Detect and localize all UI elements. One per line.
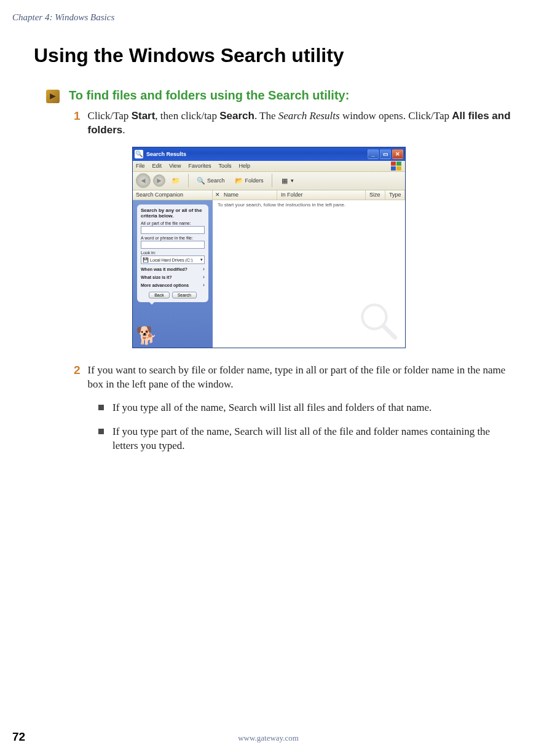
filename-label: All or part of the file name:: [141, 221, 205, 225]
select-value: Local Hard Drives (C:): [150, 258, 200, 262]
svg-rect-3: [391, 166, 396, 170]
separator: [272, 174, 272, 187]
svg-rect-1: [391, 162, 396, 166]
step-1: 1 Click/Tap Start, then click/tap Search…: [74, 109, 511, 138]
menu-view[interactable]: View: [169, 163, 181, 169]
bullet-text: If you type all of the name, Search will…: [112, 401, 432, 415]
search-button[interactable]: 🔍Search: [193, 174, 229, 187]
search-companion-pane: Search by any or all of the criteria bel…: [133, 200, 213, 348]
window-title: Search Results: [146, 151, 186, 157]
chevron-icon: ›: [203, 282, 205, 288]
footer: 72 www.gateway.com: [12, 730, 511, 744]
svg-rect-4: [396, 166, 401, 170]
label: What size is it?: [141, 275, 172, 279]
bullet-text: If you type part of the name, Search wil…: [112, 425, 511, 453]
lookin-label: Look in:: [141, 251, 205, 255]
col-size[interactable]: Size: [366, 190, 385, 200]
column-headers: Search Companion ✕Name In Folder Size Ty…: [133, 190, 405, 200]
footer-url: www.gateway.com: [25, 733, 511, 743]
menu-help[interactable]: Help: [238, 163, 250, 169]
screenshot: 🔍 Search Results _ ▭ ✕ File Edit View Fa…: [132, 147, 511, 348]
maximize-button[interactable]: ▭: [380, 149, 391, 159]
back-balloon-button[interactable]: Back: [149, 292, 170, 298]
windows-logo-icon: [391, 162, 402, 170]
close-pane-icon[interactable]: ✕: [215, 192, 220, 198]
up-button[interactable]: 📁: [168, 174, 184, 187]
page-title: Using the Windows Search utility: [34, 44, 511, 67]
chevron-icon: ›: [203, 274, 205, 280]
bullet-square-icon: [98, 429, 104, 434]
advanced-row[interactable]: More advanced options›: [141, 282, 205, 288]
col-folder[interactable]: In Folder: [277, 190, 366, 200]
text: .: [122, 124, 125, 136]
results-pane: To start your search, follow the instruc…: [213, 200, 405, 348]
svg-marker-0: [50, 93, 56, 99]
window-icon: 🔍: [135, 150, 143, 158]
separator: [188, 174, 189, 187]
text: Click/Tap: [88, 110, 132, 122]
label: When was it modified?: [141, 267, 187, 271]
procedure-arrow-icon: [46, 90, 60, 103]
label: More advanced options: [141, 283, 189, 287]
lookin-select[interactable]: 💾Local Hard Drives (C:)▾: [141, 255, 205, 264]
window-name: Search Results: [278, 110, 340, 122]
search-balloon-button[interactable]: Search: [172, 292, 197, 298]
dog-icon: 🐕: [136, 327, 157, 345]
page-number: 72: [12, 730, 25, 744]
svg-rect-2: [396, 162, 401, 166]
magnifier-watermark-icon: [357, 300, 400, 343]
chevron-down-icon: ▾: [200, 257, 203, 262]
modified-row[interactable]: When was it modified?›: [141, 266, 205, 272]
procedure-title: To find files and folders using the Sear…: [69, 88, 349, 103]
ui-term: Search: [219, 110, 254, 122]
results-hint: To start your search, follow the instruc…: [218, 202, 345, 208]
step-text: Click/Tap Start, then click/tap Search. …: [88, 109, 511, 138]
step-text: If you want to search by file or folder …: [88, 364, 511, 392]
size-row[interactable]: What size is it?›: [141, 274, 205, 280]
search-balloon: Search by any or all of the criteria bel…: [137, 205, 208, 303]
step-number: 1: [74, 109, 81, 138]
drive-icon: 💾: [143, 257, 149, 263]
chapter-header: Chapter 4: Windows Basics: [12, 12, 511, 23]
search-icon: 🔍: [197, 176, 205, 185]
search-results-window: 🔍 Search Results _ ▭ ✕ File Edit View Fa…: [132, 147, 406, 348]
label: Folders: [245, 177, 264, 184]
label: Search: [207, 177, 225, 184]
text: window opens. Click/Tap: [340, 110, 452, 122]
filename-input[interactable]: [141, 226, 205, 234]
bullet-square-icon: [98, 405, 104, 410]
text: . The: [254, 110, 278, 122]
menu-edit[interactable]: Edit: [152, 163, 162, 169]
folders-button[interactable]: 📂Folders: [231, 174, 267, 187]
minimize-button[interactable]: _: [368, 149, 379, 159]
toolbar: ◄ ► 📁 🔍Search 📂Folders ▦▾: [133, 172, 405, 190]
companion-header: Search Companion: [133, 190, 213, 200]
menu-favorites[interactable]: Favorites: [188, 163, 211, 169]
step-number: 2: [74, 364, 81, 392]
phrase-label: A word or phrase in the file:: [141, 236, 205, 240]
text: , then click/tap: [155, 110, 219, 122]
balloon-title: Search by any or all of the criteria bel…: [141, 208, 205, 219]
col-name[interactable]: Name: [224, 192, 238, 198]
titlebar: 🔍 Search Results _ ▭ ✕: [133, 147, 405, 161]
bullet-item: If you type all of the name, Search will…: [98, 401, 511, 415]
col-type[interactable]: Type: [385, 190, 405, 200]
menu-file[interactable]: File: [136, 163, 145, 169]
forward-button[interactable]: ►: [153, 174, 165, 187]
folders-icon: 📂: [235, 176, 243, 185]
views-icon: ▦: [280, 176, 289, 185]
ui-term: Start: [132, 110, 156, 122]
search-dog[interactable]: 🐕: [136, 317, 167, 345]
step-2: 2 If you want to search by file or folde…: [74, 364, 511, 392]
menubar: File Edit View Favorites Tools Help: [133, 161, 405, 172]
close-button[interactable]: ✕: [392, 149, 403, 159]
phrase-input[interactable]: [141, 241, 205, 249]
svg-line-6: [384, 326, 395, 337]
bullet-item: If you type part of the name, Search wil…: [98, 425, 511, 453]
folder-up-icon: 📁: [171, 176, 180, 185]
menu-tools[interactable]: Tools: [218, 163, 231, 169]
views-button[interactable]: ▦▾: [277, 174, 298, 187]
chevron-icon: ›: [203, 266, 205, 272]
back-button[interactable]: ◄: [136, 173, 151, 188]
